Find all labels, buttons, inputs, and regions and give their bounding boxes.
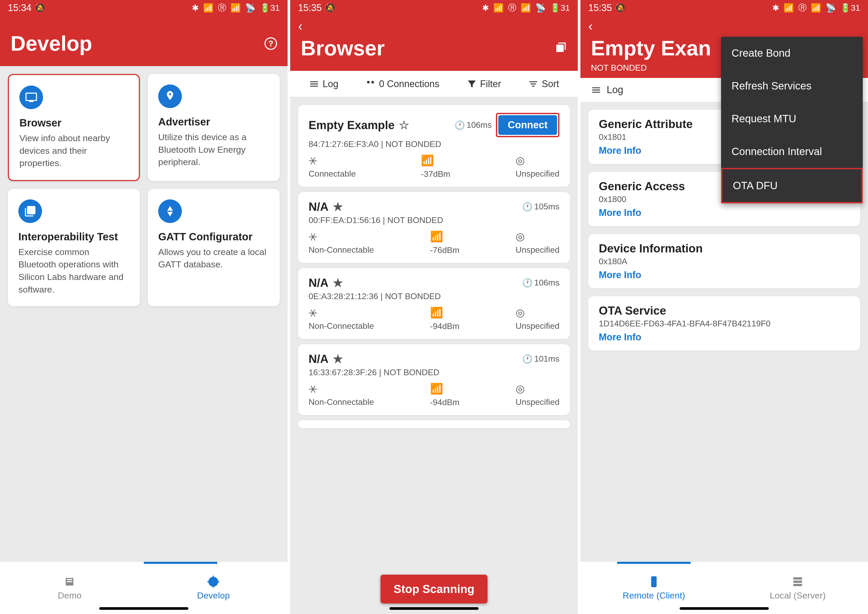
device-card-partial [298, 420, 570, 428]
r-icon: Ⓡ [508, 2, 516, 14]
gesture-bar [389, 607, 479, 610]
toolbar-connections[interactable]: 0 Connections [365, 79, 439, 90]
tabs-icon[interactable] [555, 42, 567, 54]
card-title: Advertiser [158, 116, 269, 128]
ble-icon: ⚹ [308, 383, 317, 395]
dnd-icon: 🔕 [324, 2, 336, 13]
battery-icon: 🔋31 [840, 3, 860, 13]
menu-connection-interval[interactable]: Connection Interval [721, 135, 863, 168]
bluetooth-icon: ✱ [482, 3, 489, 13]
r-icon: Ⓡ [218, 2, 226, 14]
star-icon[interactable]: ★ [333, 200, 343, 213]
card-desc: Exercise common Bluetooth operations wit… [19, 246, 129, 296]
service-title: Device Information [599, 242, 849, 255]
dist-icon: ◎ [516, 307, 525, 319]
prop-connectable: Non-Connectable [308, 245, 374, 255]
card-desc: View info about nearby devices and their… [19, 132, 128, 169]
signal2-icon: 📶 [521, 3, 531, 13]
r-icon: Ⓡ [798, 2, 807, 14]
service-uuid: 1D14D6EE-FD63-4FA1-BFA4-8F47B42119F0 [599, 319, 849, 329]
log-label: Log [607, 84, 623, 96]
prop-rssi: -37dBm [421, 169, 450, 179]
back-button[interactable]: ‹ [588, 19, 860, 34]
connect-button[interactable]: Connect [498, 115, 557, 135]
advertiser-icon [158, 84, 182, 108]
prop-dist: Unspecified [516, 245, 560, 255]
prop-connectable: Non-Connectable [308, 321, 374, 331]
card-desc: Utilize this device as a Bluetooth Low E… [158, 131, 269, 169]
toolbar-filter[interactable]: Filter [467, 79, 501, 90]
prop-rssi: -94dBm [430, 397, 459, 407]
ble-icon: ⚹ [308, 154, 317, 166]
device-time: 🕐106ms [454, 120, 492, 130]
interop-icon [19, 199, 42, 223]
card-advertiser[interactable]: Advertiser Utilize this device as a Blue… [148, 74, 280, 181]
device-card[interactable]: N/A★ 🕐101ms 16:33:67:28:3F:26 | NOT BOND… [298, 344, 570, 415]
menu-request-mtu[interactable]: Request MTU [721, 102, 863, 135]
device-card[interactable]: N/A★ 🕐105ms 00:FF:EA:D1:56:16 | NOT BOND… [298, 192, 570, 263]
menu-ota-dfu[interactable]: OTA DFU [721, 168, 863, 203]
rssi-icon: 📶 [430, 230, 443, 243]
connect-highlight: Connect [496, 113, 560, 137]
header: Develop ? [0, 16, 288, 66]
service-card[interactable]: OTA Service 1D14D6EE-FD63-4FA1-BFA4-8F47… [588, 296, 860, 350]
star-icon[interactable]: ★ [333, 276, 343, 290]
menu-create-bond[interactable]: Create Bond [721, 37, 863, 70]
battery-icon: 🔋31 [550, 3, 570, 13]
toolbar-sort[interactable]: Sort [528, 79, 559, 90]
page-title: Browser [301, 36, 385, 60]
status-time: 15:35 [588, 2, 612, 13]
header: Browser [290, 34, 578, 71]
nav-develop[interactable]: Develop [197, 575, 230, 601]
device-mac: 84:71:27:6E:F3:A0 | NOT BONDED [308, 140, 560, 149]
gatt-icon [158, 199, 182, 223]
bottom-nav: Remote (Client) Local (Server) [580, 561, 868, 614]
star-icon[interactable]: ☆ [399, 118, 409, 132]
nav-demo[interactable]: Demo [58, 575, 82, 601]
more-info-link[interactable]: More Info [599, 207, 849, 218]
stop-scanning-button[interactable]: Stop Scanning [380, 575, 488, 603]
prop-dist: Unspecified [516, 321, 560, 331]
signal2-icon: 📶 [230, 3, 241, 13]
service-card[interactable]: Device Information 0x180A More Info [588, 234, 860, 288]
toolbar-log[interactable]: Log [309, 79, 338, 90]
nav-remote[interactable]: Remote (Client) [623, 575, 685, 601]
signal2-icon: 📶 [811, 3, 821, 13]
card-interop[interactable]: Interoperability Test Exercise common Bl… [8, 189, 140, 306]
service-uuid: 0x180A [599, 257, 849, 266]
dnd-icon: 🔕 [34, 2, 46, 13]
ble-icon: ⚹ [308, 230, 317, 242]
content-area: Browser View info about nearby devices a… [0, 66, 288, 561]
device-card[interactable]: N/A★ 🕐106ms 0E:A3:28:21:12:36 | NOT BOND… [298, 268, 570, 339]
device-time: 🕐105ms [522, 202, 560, 212]
prop-dist: Unspecified [516, 169, 560, 179]
nav-local[interactable]: Local (Server) [770, 575, 826, 601]
dnd-icon: 🔕 [615, 2, 626, 13]
device-mac: 16:33:67:28:3F:26 | NOT BONDED [308, 367, 560, 377]
back-button[interactable]: ‹ [298, 19, 570, 34]
rssi-icon: 📶 [421, 154, 434, 167]
prop-dist: Unspecified [516, 397, 560, 407]
rssi-icon: 📶 [430, 307, 443, 319]
more-info-link[interactable]: More Info [599, 332, 849, 343]
toolbar: Log 0 Connections Filter Sort [290, 71, 578, 97]
signal-icon: 📶 [203, 3, 214, 13]
device-card[interactable]: Empty Example ☆ 🕐106ms Connect 84:71:27:… [298, 105, 570, 187]
bottom-nav: Demo Develop [0, 561, 288, 614]
device-name: N/A [308, 200, 329, 213]
menu-refresh-services[interactable]: Refresh Services [721, 70, 863, 102]
help-icon[interactable]: ? [265, 37, 277, 50]
card-title: Browser [19, 117, 128, 129]
more-info-link[interactable]: More Info [599, 270, 849, 281]
dist-icon: ◎ [516, 154, 525, 166]
wifi-icon: 📡 [826, 3, 836, 13]
card-browser[interactable]: Browser View info about nearby devices a… [8, 74, 140, 181]
status-time: 15:34 [8, 2, 31, 13]
card-gatt[interactable]: GATT Configurator Allows you to create a… [148, 189, 280, 306]
prop-connectable: Connectable [308, 169, 356, 179]
star-icon[interactable]: ★ [333, 352, 343, 366]
card-title: GATT Configurator [158, 231, 269, 243]
gesture-bar [99, 607, 188, 610]
prop-rssi: -76dBm [430, 245, 459, 255]
nav-label: Local (Server) [770, 591, 826, 601]
